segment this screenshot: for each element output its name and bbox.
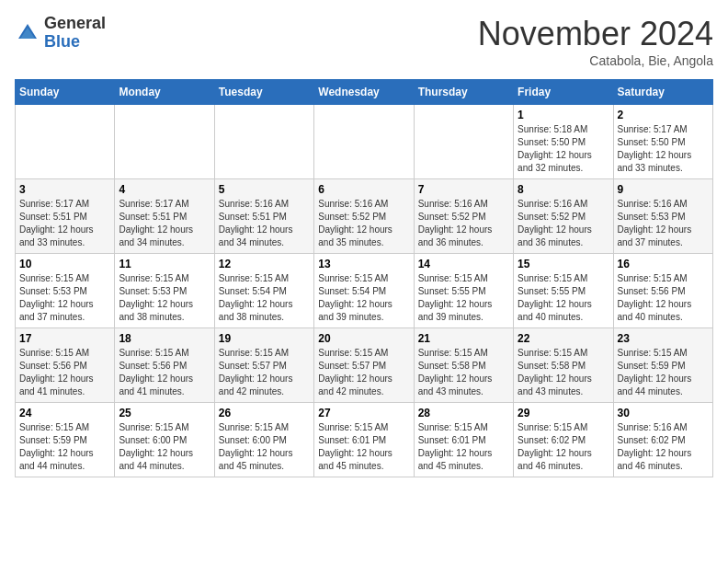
day-cell: 20Sunrise: 5:15 AM Sunset: 5:57 PM Dayli… — [314, 328, 414, 403]
day-info: Sunrise: 5:16 AM Sunset: 5:52 PM Dayligh… — [418, 198, 509, 249]
day-info: Sunrise: 5:17 AM Sunset: 5:50 PM Dayligh… — [618, 123, 709, 175]
day-number: 25 — [119, 407, 210, 419]
day-cell — [314, 105, 414, 179]
day-number: 17 — [19, 332, 110, 345]
week-row-4: 17Sunrise: 5:15 AM Sunset: 5:56 PM Dayli… — [16, 328, 713, 403]
day-number: 11 — [119, 258, 210, 270]
day-cell: 9Sunrise: 5:16 AM Sunset: 5:53 PM Daylig… — [613, 179, 712, 254]
day-info: Sunrise: 5:17 AM Sunset: 5:51 PM Dayligh… — [19, 198, 110, 249]
day-cell: 10Sunrise: 5:15 AM Sunset: 5:53 PM Dayli… — [16, 254, 115, 328]
day-number: 13 — [318, 258, 409, 270]
day-number: 1 — [518, 109, 609, 121]
day-info: Sunrise: 5:15 AM Sunset: 5:53 PM Dayligh… — [119, 272, 210, 324]
day-cell: 12Sunrise: 5:15 AM Sunset: 5:54 PM Dayli… — [214, 254, 313, 328]
day-info: Sunrise: 5:15 AM Sunset: 6:00 PM Dayligh… — [119, 421, 210, 473]
day-info: Sunrise: 5:15 AM Sunset: 5:59 PM Dayligh… — [19, 421, 110, 473]
month-title: November 2024 — [478, 15, 713, 53]
logo-icon — [15, 20, 40, 46]
day-number: 6 — [318, 183, 409, 196]
day-cell: 4Sunrise: 5:17 AM Sunset: 5:51 PM Daylig… — [115, 179, 214, 254]
day-cell: 16Sunrise: 5:15 AM Sunset: 5:56 PM Dayli… — [613, 254, 712, 328]
day-cell: 2Sunrise: 5:17 AM Sunset: 5:50 PM Daylig… — [613, 105, 712, 179]
day-info: Sunrise: 5:15 AM Sunset: 5:58 PM Dayligh… — [418, 347, 509, 398]
day-info: Sunrise: 5:18 AM Sunset: 5:50 PM Dayligh… — [518, 123, 609, 175]
day-cell — [115, 105, 214, 179]
col-header-wednesday: Wednesday — [314, 80, 414, 105]
day-number: 9 — [618, 183, 709, 196]
day-cell: 14Sunrise: 5:15 AM Sunset: 5:55 PM Dayli… — [414, 254, 513, 328]
col-header-sunday: Sunday — [16, 80, 115, 105]
day-info: Sunrise: 5:15 AM Sunset: 5:55 PM Dayligh… — [418, 272, 509, 324]
calendar-body: 1Sunrise: 5:18 AM Sunset: 5:50 PM Daylig… — [16, 105, 713, 477]
day-cell: 5Sunrise: 5:16 AM Sunset: 5:51 PM Daylig… — [214, 179, 313, 254]
day-cell: 13Sunrise: 5:15 AM Sunset: 5:54 PM Dayli… — [314, 254, 414, 328]
day-number: 5 — [219, 183, 310, 196]
header-row: SundayMondayTuesdayWednesdayThursdayFrid… — [16, 80, 713, 105]
day-cell: 3Sunrise: 5:17 AM Sunset: 5:51 PM Daylig… — [16, 179, 115, 254]
day-number: 26 — [219, 407, 310, 419]
col-header-friday: Friday — [514, 80, 613, 105]
day-info: Sunrise: 5:16 AM Sunset: 5:51 PM Dayligh… — [219, 198, 310, 249]
day-info: Sunrise: 5:15 AM Sunset: 6:02 PM Dayligh… — [518, 421, 609, 473]
day-number: 21 — [418, 332, 509, 345]
day-cell: 6Sunrise: 5:16 AM Sunset: 5:52 PM Daylig… — [314, 179, 414, 254]
day-number: 14 — [418, 258, 509, 270]
day-info: Sunrise: 5:15 AM Sunset: 5:56 PM Dayligh… — [19, 347, 110, 398]
day-cell: 25Sunrise: 5:15 AM Sunset: 6:00 PM Dayli… — [115, 403, 214, 477]
day-number: 29 — [518, 407, 609, 419]
day-info: Sunrise: 5:15 AM Sunset: 5:59 PM Dayligh… — [618, 347, 709, 398]
day-cell — [414, 105, 513, 179]
col-header-saturday: Saturday — [613, 80, 712, 105]
week-row-3: 10Sunrise: 5:15 AM Sunset: 5:53 PM Dayli… — [16, 254, 713, 328]
day-info: Sunrise: 5:15 AM Sunset: 6:00 PM Dayligh… — [219, 421, 310, 473]
day-number: 20 — [318, 332, 409, 345]
day-info: Sunrise: 5:15 AM Sunset: 5:57 PM Dayligh… — [219, 347, 310, 398]
day-number: 12 — [219, 258, 310, 270]
logo: General Blue — [15, 15, 106, 52]
day-cell: 28Sunrise: 5:15 AM Sunset: 6:01 PM Dayli… — [414, 403, 513, 477]
day-number: 27 — [318, 407, 409, 419]
day-cell: 21Sunrise: 5:15 AM Sunset: 5:58 PM Dayli… — [414, 328, 513, 403]
calendar-table: SundayMondayTuesdayWednesdayThursdayFrid… — [15, 79, 713, 477]
day-info: Sunrise: 5:15 AM Sunset: 5:56 PM Dayligh… — [119, 347, 210, 398]
day-number: 16 — [618, 258, 709, 270]
day-info: Sunrise: 5:15 AM Sunset: 5:55 PM Dayligh… — [518, 272, 609, 324]
day-number: 15 — [518, 258, 609, 270]
day-number: 28 — [418, 407, 509, 419]
day-number: 18 — [119, 332, 210, 345]
title-block: November 2024 Catabola, Bie, Angola — [478, 15, 713, 68]
day-cell: 8Sunrise: 5:16 AM Sunset: 5:52 PM Daylig… — [514, 179, 613, 254]
day-number: 2 — [618, 109, 709, 121]
day-info: Sunrise: 5:15 AM Sunset: 5:56 PM Dayligh… — [618, 272, 709, 324]
day-cell: 27Sunrise: 5:15 AM Sunset: 6:01 PM Dayli… — [314, 403, 414, 477]
day-number: 10 — [19, 258, 110, 270]
day-number: 30 — [618, 407, 709, 419]
day-number: 19 — [219, 332, 310, 345]
day-cell: 17Sunrise: 5:15 AM Sunset: 5:56 PM Dayli… — [16, 328, 115, 403]
day-info: Sunrise: 5:17 AM Sunset: 5:51 PM Dayligh… — [119, 198, 210, 249]
day-number: 7 — [418, 183, 509, 196]
day-number: 8 — [518, 183, 609, 196]
day-number: 22 — [518, 332, 609, 345]
day-cell: 23Sunrise: 5:15 AM Sunset: 5:59 PM Dayli… — [613, 328, 712, 403]
day-info: Sunrise: 5:16 AM Sunset: 5:52 PM Dayligh… — [518, 198, 609, 249]
day-info: Sunrise: 5:15 AM Sunset: 5:53 PM Dayligh… — [19, 272, 110, 324]
day-info: Sunrise: 5:15 AM Sunset: 5:58 PM Dayligh… — [518, 347, 609, 398]
day-cell: 19Sunrise: 5:15 AM Sunset: 5:57 PM Dayli… — [214, 328, 313, 403]
day-number: 4 — [119, 183, 210, 196]
page-header: General Blue November 2024 Catabola, Bie… — [15, 15, 713, 68]
day-number: 24 — [19, 407, 110, 419]
day-info: Sunrise: 5:15 AM Sunset: 5:54 PM Dayligh… — [318, 272, 409, 324]
day-cell: 22Sunrise: 5:15 AM Sunset: 5:58 PM Dayli… — [514, 328, 613, 403]
day-number: 23 — [618, 332, 709, 345]
col-header-tuesday: Tuesday — [214, 80, 313, 105]
day-info: Sunrise: 5:16 AM Sunset: 6:02 PM Dayligh… — [618, 421, 709, 473]
week-row-5: 24Sunrise: 5:15 AM Sunset: 5:59 PM Dayli… — [16, 403, 713, 477]
day-cell: 30Sunrise: 5:16 AM Sunset: 6:02 PM Dayli… — [613, 403, 712, 477]
day-info: Sunrise: 5:16 AM Sunset: 5:52 PM Dayligh… — [318, 198, 409, 249]
day-cell — [16, 105, 115, 179]
day-number: 3 — [19, 183, 110, 196]
day-cell: 15Sunrise: 5:15 AM Sunset: 5:55 PM Dayli… — [514, 254, 613, 328]
col-header-monday: Monday — [115, 80, 214, 105]
day-cell: 26Sunrise: 5:15 AM Sunset: 6:00 PM Dayli… — [214, 403, 313, 477]
